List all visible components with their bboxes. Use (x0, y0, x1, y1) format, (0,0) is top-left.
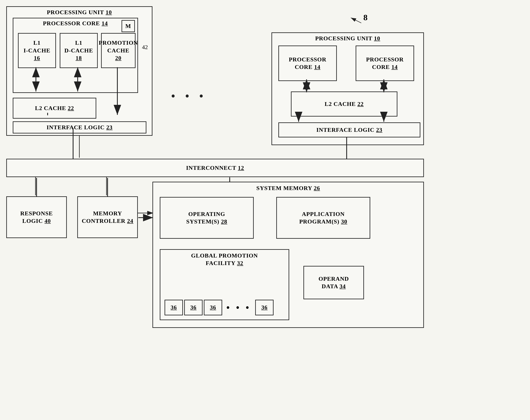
system-memory: SYSTEM MEMORY 26 OPERATINGSYSTEM(S) 28 A… (152, 182, 424, 328)
processing-unit-right: PROCESSING UNIT 10 PROCESSORCORE 14 PROC… (271, 32, 424, 145)
pc-left-label: PROCESSOR CORE (43, 20, 100, 27)
l2-cache-right: L2 CACHE 22 (291, 91, 398, 117)
interconnect: INTERCONNECT 12 (6, 159, 424, 177)
slots-container: 36 36 36 • • • 36 (164, 300, 274, 315)
slot-36-3: 36 (204, 300, 222, 315)
interface-logic-right: INTERFACE LOGIC 23 (278, 122, 420, 137)
response-logic: RESPONSELOGIC 40 (6, 196, 67, 238)
memory-controller: MEMORYCONTROLLER 24 (77, 196, 138, 238)
slot-36-4: 36 (255, 300, 274, 315)
m-label: M (125, 22, 131, 30)
l2-cache-left: L2 CACHE 22 (13, 98, 96, 119)
label-42: 42 (142, 44, 148, 51)
processor-core-right-1: PROCESSORCORE 14 (278, 45, 337, 81)
processor-core-right-2: PROCESSORCORE 14 (356, 45, 414, 81)
pu-left-ref: 10 (106, 9, 112, 15)
processing-unit-left: PROCESSING UNIT 10 PROCESSOR CORE 14 M L… (6, 6, 152, 136)
promotion-cache: PROMOTIONCACHE 20 (101, 33, 135, 68)
processor-core-left: PROCESSOR CORE 14 M L1I-CACHE 16 L1D-CAC… (13, 18, 138, 93)
figure-label: 8 (363, 13, 368, 22)
dots-slots: • • • (223, 302, 254, 313)
pu-left-label: PROCESSING UNIT (47, 9, 104, 15)
application-programs: APPLICATIONPROGRAM(S) 30 (276, 197, 370, 239)
operand-data: OPERANDDATA 34 (303, 266, 364, 299)
l1-dcache: L1D-CACHE 18 (60, 33, 98, 68)
interface-logic-left: INTERFACE LOGIC 23 (13, 121, 146, 134)
svg-line-3 (351, 18, 361, 23)
m-box: M (121, 20, 135, 32)
l1-icache: L1I-CACHE 16 (18, 33, 56, 68)
diagram: PROCESSING UNIT 10 PROCESSOR CORE 14 M L… (0, 0, 530, 420)
slot-36-2: 36 (184, 300, 203, 315)
operating-systems: OPERATINGSYSTEM(S) 28 (160, 197, 254, 239)
dots-middle: • • • (171, 90, 207, 102)
global-promotion-facility: GLOBAL PROMOTIONFACILITY 32 36 36 36 • •… (160, 249, 289, 320)
slot-36-1: 36 (164, 300, 183, 315)
